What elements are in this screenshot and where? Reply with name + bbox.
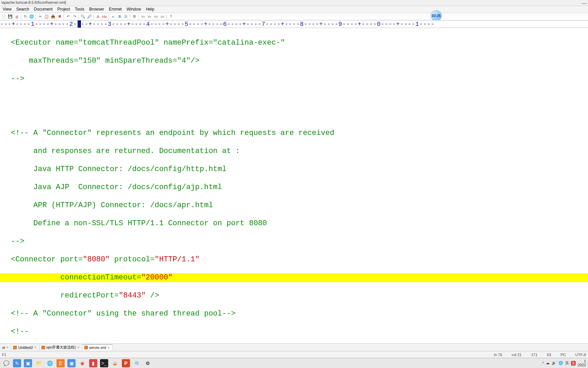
editplus-icon[interactable]: E [56, 359, 65, 367]
file-icon [84, 346, 88, 349]
code-line: <Executor name="tomcatThreadPool" namePr… [11, 39, 588, 48]
panel4-icon[interactable]: ▭ [159, 14, 165, 20]
attr-value: "20000" [141, 273, 173, 282]
app-icon[interactable]: ✎ [13, 359, 21, 367]
explorer-icon[interactable]: 📁 [35, 359, 43, 367]
tab-label: server.xml [89, 346, 106, 350]
delete-icon[interactable]: ✖ [56, 14, 63, 20]
time-badge: 03:25 [431, 10, 442, 21]
document-tab[interactable]: Untitled2 × [11, 345, 39, 350]
toolbar-sep [166, 14, 167, 19]
menu-search[interactable]: Search [14, 6, 31, 13]
status-val2: 63 [547, 353, 551, 357]
attr-name: port= [60, 255, 83, 264]
terminal-icon[interactable]: >_ [100, 359, 108, 367]
new-file-icon[interactable]: 📄 [1, 14, 7, 20]
tray-cloud-icon[interactable]: ☁ [546, 361, 550, 365]
panel3-icon[interactable]: ▭ [153, 14, 159, 20]
tab-label: vpn开通大致流程( [46, 345, 76, 350]
toolbar-sep [21, 14, 21, 19]
toolbar-sep [36, 14, 36, 19]
indent-icon[interactable]: ≡ [110, 14, 116, 20]
tray-app-icon[interactable]: S [571, 361, 575, 366]
tray-ime-label[interactable]: 英 [565, 361, 569, 366]
app-icon[interactable]: ▣ [67, 359, 76, 367]
list-icon[interactable]: ☰ [123, 14, 129, 20]
panel1-icon[interactable]: ▭ [140, 14, 146, 20]
close-icon[interactable]: × [108, 346, 110, 350]
menu-window[interactable]: Window [125, 6, 143, 13]
status-help-key: F1 [2, 353, 6, 357]
replace-icon[interactable]: 🔎 [86, 14, 93, 20]
redo-icon[interactable]: ↷ [71, 14, 78, 20]
code-line: and responses are returned. Documentatio… [11, 147, 588, 156]
powerpoint-icon[interactable]: P [122, 359, 130, 367]
save-icon[interactable]: 💾 [7, 14, 13, 20]
tag-close: /> [146, 291, 159, 300]
code-line: APR (HTTP/AJP) Connector: /docs/apr.html [11, 201, 588, 210]
tray-volume-icon[interactable]: 🔊 [552, 361, 556, 365]
menu-browser[interactable]: Browser [87, 6, 106, 13]
chrome-icon[interactable]: 🌐 [46, 359, 54, 367]
document-tab[interactable]: vpn开通大致流程( × [39, 344, 82, 351]
find-icon[interactable]: 🔍 [80, 14, 86, 20]
document-tab[interactable]: xt × [0, 345, 11, 350]
tag-open: <Connector [11, 255, 60, 264]
app-icon[interactable]: ▣ [24, 359, 32, 367]
minimize-icon[interactable]: — [582, 0, 587, 5]
document-tab-active[interactable]: server.xml × [82, 344, 113, 350]
code-line: --> [11, 75, 588, 84]
code-line: Java AJP Connector: /docs/config/ajp.htm… [11, 183, 588, 192]
settings-icon[interactable]: ⚙ [144, 359, 152, 367]
menu-tools[interactable]: Tools [73, 6, 86, 13]
wechat-icon[interactable]: 💬 [2, 359, 10, 367]
app-icon[interactable]: ◒ [111, 359, 119, 367]
toolbar-sep [130, 14, 130, 19]
tab-label: xt [2, 346, 5, 350]
tray-clock[interactable]: 12022 [578, 359, 586, 367]
status-line: ln 70 [494, 353, 502, 357]
vscode-icon[interactable]: ⧉ [133, 359, 141, 367]
heading-icon[interactable]: Hx [101, 14, 108, 20]
menu-view[interactable]: View [1, 6, 14, 13]
close-icon[interactable]: × [77, 346, 79, 349]
attr-name: redirectPort= [60, 291, 119, 300]
ruler-caret [78, 20, 81, 28]
status-bar: F1 ln 70 col 21 171 63 PC UTF-8 [0, 351, 588, 358]
code-line [11, 111, 588, 120]
close-icon[interactable]: × [6, 346, 9, 349]
copy-icon[interactable]: 📋 [44, 14, 50, 20]
help-icon[interactable]: ？ [168, 14, 174, 20]
pad [11, 273, 60, 282]
app-icon[interactable]: ◉ [78, 359, 86, 367]
outdent-icon[interactable]: ≣ [116, 14, 122, 20]
attr-value: "8443" [119, 291, 146, 300]
print-icon[interactable]: 🖨 [14, 14, 20, 20]
toolbar-sep [94, 14, 94, 19]
attr-name: protocol= [110, 255, 154, 264]
toolbar-sep [79, 14, 79, 19]
status-mode: PC [561, 353, 566, 357]
highlighted-line: connectionTimeout="20000" [0, 273, 588, 282]
tray-chevron-up-icon[interactable]: ^ [542, 361, 544, 365]
menu-document[interactable]: Document [32, 6, 55, 13]
gear-icon[interactable]: ⚙ [131, 14, 137, 20]
format-icon[interactable]: A [95, 14, 101, 20]
close-icon[interactable]: × [34, 346, 36, 349]
menu-project[interactable]: Project [55, 6, 72, 13]
menu-emmet[interactable]: Emmet [107, 6, 124, 13]
app-icon[interactable]: ▮ [89, 359, 97, 367]
window-title-bar: \apache-tomcat-8.5.83\conf\server.xml] — [0, 0, 588, 6]
browser-icon[interactable]: 🌐 [29, 14, 35, 20]
refresh-icon[interactable]: ↻ [22, 14, 28, 20]
menu-help[interactable]: Help [144, 6, 157, 13]
tray-network-icon[interactable]: 🌐 [558, 361, 563, 365]
toolbar-sep [64, 14, 64, 19]
undo-icon[interactable]: ↶ [65, 14, 71, 20]
cut-icon[interactable]: ✂ [37, 14, 43, 20]
paste-icon[interactable]: 📥 [50, 14, 56, 20]
code-line [11, 93, 588, 102]
panel2-icon[interactable]: ▭ [146, 14, 152, 20]
attr-value: "8080" [83, 255, 110, 264]
code-editor[interactable]: <Executor name="tomcatThreadPool" namePr… [0, 28, 588, 343]
